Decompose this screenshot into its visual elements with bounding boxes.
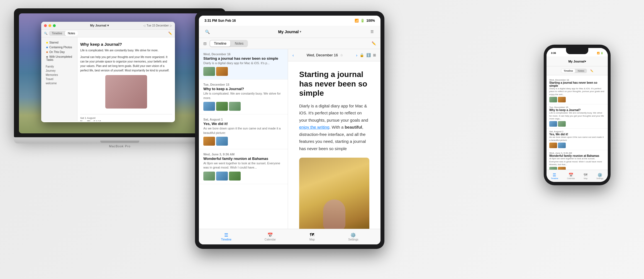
timeline-tab[interactable]: Timeline	[49, 31, 65, 36]
iphone-entry-0-photo-1	[549, 97, 557, 102]
iphone-timeline-tab[interactable]: Timeline	[561, 69, 575, 73]
app-window: My Journal ▾ ◁ Tue 15 December ▷ 🔍	[41, 22, 175, 122]
macbook-label: MacBook Pro	[14, 145, 226, 148]
nav-next-icon[interactable]: ▷	[170, 24, 172, 27]
iphone-entry-2[interactable]: Sat, August 1 Yes, We did it! As we bore…	[547, 129, 608, 150]
iphone-tab-timeline[interactable]: ☰ Timeline	[551, 173, 558, 179]
ipad-device: 3:31 PM Sun Feb 16 📶 🔋 100% 🔍 My Journal	[195, 11, 384, 249]
ipad-status-bar: 3:31 PM Sun Feb 16 📶 🔋 100%	[199, 16, 380, 26]
iphone-tab-settings[interactable]: ⚙️ Settings	[596, 173, 603, 179]
iphone-device: 3:36 📶 🔋 My Journal ▾ Timeline Notes	[544, 45, 611, 185]
mac-article: Why keep a Journal? Life is complicated.…	[80, 40, 172, 112]
ipad-detail-nav: ‹ Wed, December 16 ☆ › 🔒 ℹ️ ⊞	[288, 49, 380, 61]
notes-tab[interactable]: Notes	[65, 31, 78, 36]
iphone-entry-0[interactable]: Wed, December 16 Starting a journal has …	[547, 77, 608, 104]
window-title: My Journal ▾	[57, 24, 142, 27]
ipad-timeline-tab[interactable]: Timeline	[210, 40, 230, 47]
pencil-icon[interactable]: ✏️	[372, 41, 376, 45]
iphone-toolbar: Timeline Notes ✏️	[547, 66, 608, 75]
search-icon[interactable]: 🔍	[44, 32, 47, 35]
detail-link[interactable]: enjoy the writing	[299, 125, 329, 129]
sidebar-on-this-day[interactable]: On This Day	[43, 50, 75, 54]
window-date: Tue 15 December	[147, 24, 169, 27]
ipad-detail-panel: ‹ Wed, December 16 ☆ › 🔒 ℹ️ ⊞	[288, 49, 380, 229]
maximize-button[interactable]	[53, 24, 56, 27]
iphone-pencil-icon[interactable]: ✏️	[590, 69, 593, 72]
detail-bold: beautiful	[345, 125, 362, 129]
sidebar-uncompleted[interactable]: With Uncompleted Tasks	[43, 54, 75, 62]
sidebar-welcome[interactable]: welcome	[41, 81, 77, 85]
iphone-entry-1[interactable]: Tue, December 15 Why to keep a Journal? …	[547, 104, 608, 129]
tab-map-label: Map	[309, 238, 315, 241]
ipad-entry-2-title: Yes, We did it!	[203, 122, 283, 126]
sidebar-photos[interactable]: Containing Photos	[43, 45, 75, 50]
star-icon[interactable]: ☆	[340, 53, 343, 57]
prev-entry-icon[interactable]: ‹	[292, 53, 294, 57]
iphone-tab-map[interactable]: 🗺 Map	[584, 173, 587, 179]
iphone-nav: My Journal ▾	[547, 56, 608, 66]
iphone-wifi-icon: 📶	[597, 52, 600, 54]
hamburger-icon[interactable]: ☰	[368, 28, 376, 36]
ipad-detail-content: Starting a journal has never been so sim…	[288, 61, 380, 229]
mac-article-body2: Journal can help you get your thoughts a…	[80, 55, 172, 73]
sidebar-memories[interactable]: Memories	[41, 73, 77, 77]
sidebar-family[interactable]: Family	[41, 64, 77, 69]
close-button[interactable]	[44, 24, 47, 27]
iphone-entry-1-photo-1	[549, 121, 557, 127]
ipad-entry-3[interactable]: Wed, June 3, 9:36 AM Wonderful family re…	[199, 149, 288, 184]
nav-prev-icon[interactable]: ◁	[143, 24, 145, 27]
iphone-notes-tab[interactable]: Notes	[575, 69, 587, 73]
edit-icon[interactable]: ✏️	[168, 32, 172, 35]
iphone-nav-chevron: ▾	[585, 60, 586, 63]
ipad-entry-2-photo-1	[203, 137, 215, 146]
search-icon[interactable]: 🔍	[203, 28, 211, 36]
ipad-nav-title-area[interactable]: My Journal ▾	[214, 30, 365, 34]
tab-calendar[interactable]: 📅 Calendar	[265, 232, 276, 241]
tab-settings-label: Settings	[348, 238, 358, 241]
tab-timeline[interactable]: ☰ Timeline	[221, 232, 231, 241]
mac-entry2[interactable]: Sat 1 August Yes, We did it! As we bore …	[80, 117, 172, 121]
ipad-detail-body: Diarly is a digital diary app for Mac & …	[299, 102, 369, 152]
next-entry-icon[interactable]: ›	[356, 53, 357, 57]
iphone-entry-3-date: Wed, June 3, 9:36 AM	[549, 152, 605, 154]
ipad-entry-0[interactable]: Wed, December 16 Starting a journal has …	[199, 49, 288, 80]
iphone-calendar-label: Calendar	[567, 177, 575, 179]
iphone-entry-list: Wed, December 16 Starting a journal has …	[547, 75, 608, 170]
minimize-button[interactable]	[48, 24, 51, 27]
sidebar-travel[interactable]: Travel	[41, 77, 77, 81]
ipad-seg-control: Timeline Notes	[209, 40, 248, 47]
ipad-entry-1-photo-3	[229, 102, 241, 111]
filter-icon[interactable]: ⊟	[203, 41, 207, 46]
ipad-notes-tab[interactable]: Notes	[231, 40, 247, 47]
iphone-entry-2-date: Sat, August 1	[549, 130, 605, 133]
tab-timeline-label: Timeline	[221, 238, 231, 241]
ipad-entry-3-date: Wed, June 3, 9:36 AM	[203, 153, 283, 156]
ipad-entry-1-preview: Life is complicated. We are constantly b…	[203, 92, 283, 100]
iphone-entry-3[interactable]: Wed, June 3, 9:36 AM Wonderful family re…	[547, 150, 608, 170]
lock-icon[interactable]: 🔒	[360, 53, 364, 57]
ipad-entry-0-title: Starting a journal has never been so sim…	[203, 56, 283, 61]
tab-map[interactable]: 🗺 Map	[309, 232, 315, 241]
ipad-detail-title: Starting a journal has never been so sim…	[299, 70, 369, 98]
iphone-entry-2-photo-1	[549, 143, 557, 148]
iphone-entry-0-photo-2	[558, 97, 566, 102]
ipad-entry-3-title: Wonderful family reunion at Bahamas	[203, 157, 283, 161]
ipad-detail-photo	[299, 158, 369, 229]
ipad-entry-0-preview: Diarly is a digital diary app for Mac & …	[203, 61, 283, 65]
ipad-screen: 3:31 PM Sun Feb 16 📶 🔋 100% 🔍 My Journal	[199, 16, 380, 244]
scene: My Journal ▾ ◁ Tue 15 December ▷ 🔍	[0, 0, 644, 279]
iphone-entry-1-date: Tue, December 15	[549, 106, 605, 109]
sidebar-journey[interactable]: Journey	[41, 69, 77, 73]
ipad-entry-1[interactable]: Tue, December 15 Why to keep a Journal? …	[199, 80, 288, 114]
ipad-entry-2[interactable]: Sat, August 1 Yes, We did it! As we bore…	[199, 114, 288, 149]
tab-settings[interactable]: ⚙️ Settings	[348, 232, 358, 241]
grid-icon[interactable]: ⊞	[373, 53, 376, 57]
map-icon: 🗺	[309, 232, 315, 237]
iphone-calendar-icon: 📅	[569, 173, 573, 177]
ipad-entry-2-date: Sat, August 1	[203, 118, 283, 121]
sidebar-starred[interactable]: Starred	[43, 40, 75, 45]
iphone-timeline-icon: ☰	[553, 173, 556, 177]
info-icon[interactable]: ℹ️	[366, 53, 371, 57]
iphone-tab-calendar[interactable]: 📅 Calendar	[567, 173, 575, 179]
timeline-icon: ☰	[223, 232, 229, 237]
